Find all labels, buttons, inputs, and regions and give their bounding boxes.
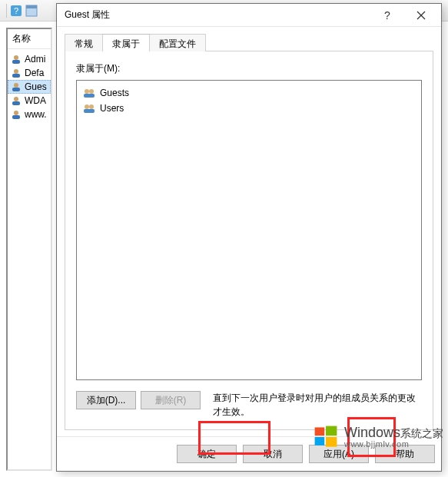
user-icon <box>11 54 22 65</box>
svg-text:?: ? <box>14 6 18 15</box>
column-header-name[interactable]: 名称 <box>8 29 51 49</box>
tab-general[interactable]: 常规 <box>65 34 103 51</box>
list-item[interactable]: Admi <box>8 52 51 66</box>
svg-point-6 <box>14 69 18 74</box>
svg-rect-25 <box>326 437 337 447</box>
below-list-row: 添加(D)... 删除(R) 直到下一次用户登录时对用户的组成员关系的更改才生效… <box>76 391 422 419</box>
svg-rect-7 <box>12 74 20 78</box>
tab-memberof[interactable]: 隶属于 <box>102 34 150 51</box>
svg-rect-22 <box>315 427 325 436</box>
help-icon[interactable]: ? <box>10 5 22 17</box>
watermark-url: www.bjjmlv.com <box>344 440 443 449</box>
list-item-label: Defa <box>25 68 44 78</box>
svg-rect-5 <box>12 60 20 64</box>
tab-profile[interactable]: 配置文件 <box>149 34 206 51</box>
toolbar-separator <box>6 4 7 18</box>
svg-rect-18 <box>84 94 95 98</box>
group-icon <box>83 102 95 114</box>
dialog-body: 常规 隶属于 配置文件 隶属于(M): Guests Users 添加(D)..… <box>57 27 441 436</box>
tabs: 常规 隶属于 配置文件 <box>65 33 433 51</box>
list-item-label: Admi <box>25 54 45 65</box>
svg-rect-3 <box>26 5 37 8</box>
remove-button: 删除(R) <box>141 391 201 409</box>
list-item[interactable]: Gues <box>8 80 51 94</box>
list-item[interactable]: Users <box>80 101 418 116</box>
user-icon <box>11 81 22 92</box>
properties-dialog: Guest 属性 ? 常规 隶属于 配置文件 隶属于(M): Guests Us… <box>56 3 442 472</box>
dialog-title: Guest 属性 <box>65 8 370 22</box>
svg-point-8 <box>14 83 18 88</box>
list-item[interactable]: www. <box>8 108 51 121</box>
group-name: Users <box>100 103 124 114</box>
svg-point-17 <box>89 89 94 94</box>
groups-listbox[interactable]: Guests Users <box>76 80 422 380</box>
dialog-titlebar[interactable]: Guest 属性 ? <box>57 4 441 27</box>
watermark: Windows系统之家 www.bjjmlv.com <box>312 423 443 451</box>
user-icon <box>11 109 22 120</box>
list-item[interactable]: WDA <box>8 94 51 108</box>
svg-rect-24 <box>315 437 325 446</box>
list-item[interactable]: Guests <box>80 85 418 101</box>
close-icon <box>416 11 426 20</box>
tab-page-memberof: 隶属于(M): Guests Users 添加(D)... 删除(R) 直到下一… <box>65 51 433 430</box>
list-item-label: www. <box>25 109 47 120</box>
windows-logo-icon <box>312 423 340 451</box>
membership-note: 直到下一次用户登录时对用户的组成员关系的更改才生效。 <box>213 391 422 419</box>
svg-rect-9 <box>12 88 20 91</box>
svg-rect-13 <box>12 115 20 119</box>
svg-point-4 <box>14 55 18 60</box>
svg-point-16 <box>85 89 89 94</box>
help-button[interactable]: ? <box>370 5 404 26</box>
memberof-label: 隶属于(M): <box>76 62 422 75</box>
users-list[interactable]: Admi Defa Gues WDA www. <box>8 49 51 121</box>
list-item[interactable]: Defa <box>8 66 51 80</box>
list-item-label: WDA <box>25 95 46 106</box>
users-list-panel: 名称 Admi Defa Gues WDA www. <box>6 28 52 471</box>
svg-point-20 <box>89 104 94 109</box>
svg-point-10 <box>14 97 18 101</box>
svg-point-19 <box>85 104 89 109</box>
group-name: Guests <box>100 88 129 98</box>
ok-button[interactable]: 确定 <box>177 445 237 463</box>
svg-point-12 <box>14 111 18 115</box>
group-icon <box>83 87 95 99</box>
add-button[interactable]: 添加(D)... <box>76 391 136 409</box>
cancel-button[interactable]: 取消 <box>243 445 303 463</box>
svg-rect-23 <box>326 426 337 436</box>
svg-rect-21 <box>84 109 95 113</box>
close-button[interactable] <box>404 5 438 26</box>
add-remove-buttons: 添加(D)... 删除(R) <box>76 391 201 409</box>
user-icon <box>11 68 22 78</box>
user-icon <box>11 95 22 106</box>
list-item-label: Gues <box>25 81 47 92</box>
watermark-text: Windows系统之家 www.bjjmlv.com <box>344 426 443 449</box>
svg-rect-11 <box>12 101 20 105</box>
watermark-brand: Windows系统之家 <box>344 426 443 440</box>
panel-icon[interactable] <box>25 5 38 17</box>
